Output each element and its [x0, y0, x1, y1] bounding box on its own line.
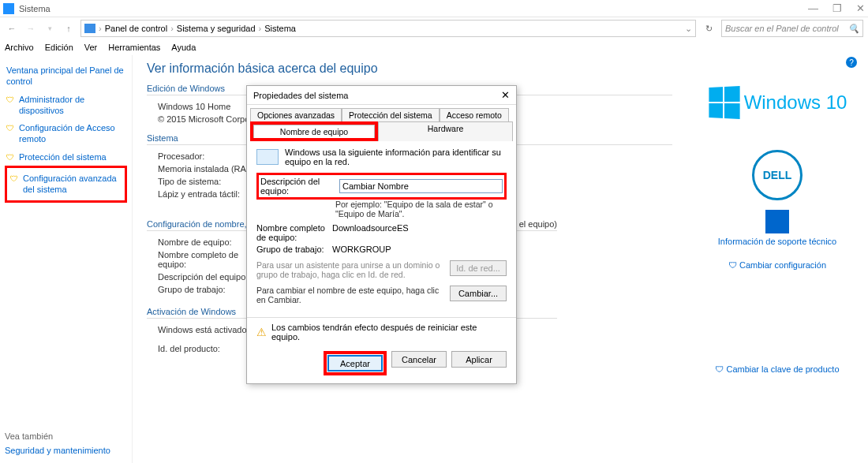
- label-desc: Descripción del equipo:: [158, 272, 260, 282]
- shield-icon: [6, 122, 16, 132]
- label-pcname: Nombre de equipo:: [158, 237, 260, 247]
- description-input[interactable]: [339, 179, 503, 193]
- tab-remote[interactable]: Acceso remoto: [440, 108, 509, 121]
- search-input[interactable]: Buscar en el Panel de control 🔍: [721, 20, 863, 37]
- label-type: Tipo de sistema:: [158, 177, 260, 186]
- energy-star-icon: [765, 210, 789, 233]
- window-title: Sistema: [19, 4, 51, 13]
- sidebar-item-protection[interactable]: Protección del sistema: [5, 148, 127, 166]
- system-properties-dialog: Propiedades del sistema ✕ Opciones avanz…: [246, 85, 517, 384]
- windows-logo: Windows 10: [694, 87, 860, 118]
- shield-icon: 🛡: [728, 260, 737, 270]
- info-text: Windows usa la siguiente información par…: [285, 147, 507, 166]
- sidebar: Ventana principal del Panel de control A…: [0, 55, 133, 463]
- dialog-titlebar: Propiedades del sistema ✕: [247, 86, 516, 105]
- accept-button[interactable]: Aceptar: [327, 355, 383, 372]
- breadcrumb-item[interactable]: Sistema: [264, 24, 296, 33]
- tab-hardware[interactable]: Hardware: [378, 121, 513, 141]
- brand-column: Windows 10 DELL Información de soporte t…: [687, 55, 868, 463]
- close-button[interactable]: ✕: [856, 2, 865, 14]
- network-id-button[interactable]: Id. de red...: [450, 260, 507, 276]
- value-full-name: DownloadsourceES: [332, 223, 409, 242]
- back-button[interactable]: ←: [5, 21, 19, 35]
- cancel-button[interactable]: Cancelar: [391, 351, 447, 368]
- label-fullname: Nombre completo de equipo:: [158, 250, 260, 269]
- app-icon: [3, 3, 14, 14]
- sidebar-item-label: Protección del sistema: [19, 151, 107, 162]
- maximize-button[interactable]: ❐: [832, 2, 842, 14]
- computer-icon: [256, 149, 279, 165]
- sidebar-item-label: Configuración de Acceso remoto: [19, 122, 125, 145]
- help-icon[interactable]: ?: [846, 57, 857, 68]
- label-activated: Windows está activado: [158, 325, 260, 334]
- label-workgroup: Grupo de trabajo:: [158, 285, 260, 294]
- dialog-close-button[interactable]: ✕: [501, 89, 510, 101]
- breadcrumb-dropdown-icon[interactable]: ⌄: [685, 24, 692, 34]
- up-button[interactable]: ↑: [62, 21, 76, 35]
- search-placeholder: Buscar en el Panel de control: [725, 24, 839, 33]
- shield-icon: [6, 94, 16, 103]
- highlight-box: Configuración avanzada del sistema: [5, 166, 127, 203]
- sidebar-item-label: Configuración avanzada del sistema: [23, 173, 122, 196]
- suffix-text: el equipo): [519, 219, 557, 229]
- highlight-box: Descripción del equipo:: [256, 173, 507, 200]
- tab-computer-name[interactable]: Nombre de equipo: [253, 125, 375, 138]
- apply-button[interactable]: Aplicar: [451, 351, 507, 368]
- refresh-button[interactable]: ↻: [701, 24, 716, 34]
- sidebar-item-home[interactable]: Ventana principal del Panel de control: [5, 62, 127, 91]
- sidebar-item-devices[interactable]: Administrador de dispositivos: [5, 91, 127, 120]
- change-key-link[interactable]: 🛡 Cambiar la clave de producto: [694, 364, 860, 374]
- label-processor: Procesador:: [158, 151, 260, 161]
- sidebar-security-link[interactable]: Seguridad y mantenimiento: [5, 446, 127, 455]
- menu-archivo[interactable]: Archivo: [5, 43, 34, 52]
- support-link[interactable]: Información de soporte técnico: [694, 237, 860, 246]
- highlight-box: Nombre de equipo: [250, 121, 378, 141]
- dell-logo: DELL: [752, 150, 803, 200]
- recent-dropdown[interactable]: ▾: [43, 21, 57, 35]
- warning-icon: ⚠: [256, 326, 267, 338]
- copyright: © 2015 Microsoft Corpo: [158, 114, 249, 124]
- breadcrumb-item[interactable]: Panel de control: [105, 24, 168, 33]
- shield-icon: [10, 173, 20, 182]
- address-bar: ← → ▾ ↑ › Panel de control › Sistema y s…: [0, 17, 868, 39]
- label-description: Descripción del equipo:: [260, 177, 336, 196]
- value-workgroup: WORKGROUP: [332, 245, 391, 254]
- menu-edicion[interactable]: Edición: [45, 43, 73, 52]
- label-workgroup: Grupo de trabajo:: [256, 245, 332, 254]
- sidebar-item-label: Administrador de dispositivos: [19, 94, 125, 117]
- tab-protection[interactable]: Protección del sistema: [342, 108, 440, 121]
- forward-button[interactable]: →: [24, 21, 38, 35]
- label-product-id: Id. del producto:: [158, 344, 260, 353]
- tab-advanced[interactable]: Opciones avanzadas: [250, 108, 342, 121]
- change-config-link[interactable]: 🛡 Cambiar configuración: [694, 260, 860, 270]
- window-titlebar: Sistema — ❐ ✕: [0, 0, 868, 17]
- example-text: Por ejemplo: "Equipo de la sala de estar…: [335, 200, 507, 218]
- change-button[interactable]: Cambiar...: [450, 286, 507, 301]
- see-also-heading: Vea también: [5, 431, 127, 441]
- sidebar-item-label: Ventana principal del Panel de control: [6, 65, 125, 88]
- menu-herramientas[interactable]: Herramientas: [108, 43, 160, 52]
- change-text: Para cambiar el nombre de este equipo, h…: [256, 286, 443, 304]
- shield-icon: [6, 151, 16, 161]
- label-full-name: Nombre completo de equipo:: [256, 223, 332, 242]
- minimize-button[interactable]: —: [808, 2, 818, 14]
- pc-icon: [84, 24, 95, 33]
- sidebar-item-remote[interactable]: Configuración de Acceso remoto: [5, 119, 127, 148]
- breadcrumb[interactable]: › Panel de control › Sistema y seguridad…: [80, 20, 696, 37]
- label-ram: Memoria instalada (RAM: [158, 164, 260, 174]
- highlight-box: Aceptar: [324, 351, 387, 375]
- menu-ayuda[interactable]: Ayuda: [171, 43, 196, 52]
- menu-bar: Archivo Edición Ver Herramientas Ayuda: [0, 39, 868, 55]
- dialog-title: Propiedades del sistema: [253, 91, 348, 100]
- wizard-text: Para usar un asistente para unirse a un …: [256, 260, 443, 279]
- menu-ver[interactable]: Ver: [84, 43, 98, 52]
- label-pen: Lápiz y entrada táctil:: [158, 189, 260, 199]
- search-icon: 🔍: [848, 24, 859, 34]
- os-name: Windows 10 Home: [158, 102, 230, 111]
- breadcrumb-item[interactable]: Sistema y seguridad: [177, 24, 256, 33]
- page-title: Ver información básica acerca del equipo: [147, 62, 672, 76]
- warning-text: Los cambios tendrán efecto después de re…: [271, 323, 507, 342]
- shield-icon: 🛡: [715, 364, 724, 374]
- windows-logo-text: Windows 10: [744, 91, 847, 114]
- sidebar-item-advanced[interactable]: Configuración avanzada del sistema: [9, 170, 123, 199]
